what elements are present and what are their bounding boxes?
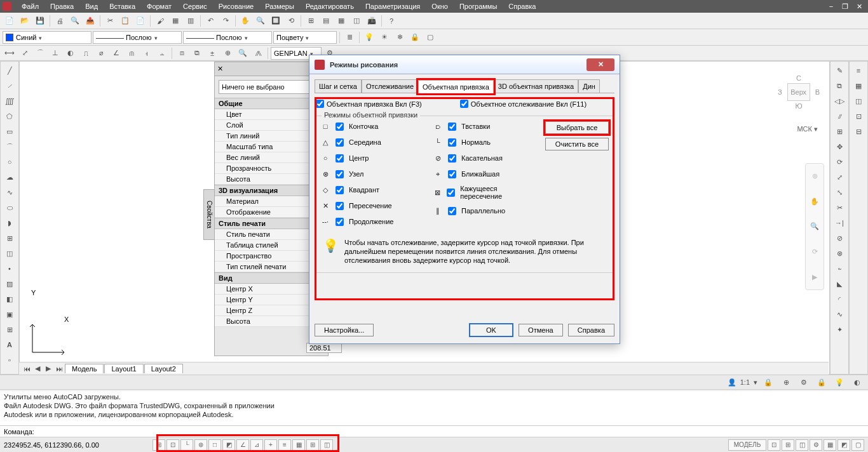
menu-format[interactable]: Формат [142,1,177,11]
otrack-icon[interactable]: ∠ [236,439,249,451]
tab-polar-tracking[interactable]: Отслеживание [362,79,418,93]
copy-obj-icon[interactable]: ⧉ [832,79,846,92]
tab-prev-icon[interactable]: ◀ [32,364,43,373]
mtext-icon[interactable]: A [3,338,17,351]
print-icon[interactable]: 🖨 [53,14,67,28]
dim-linear-icon[interactable]: ⟷ [3,46,17,60]
gradient-icon[interactable]: ◧ [3,293,17,305]
dim-space-icon[interactable]: ⧈ [175,46,189,60]
3dosnap-icon[interactable]: ◩ [222,439,235,451]
match-props-icon[interactable]: 🖌 [153,14,167,28]
osnap-icon[interactable]: □ [208,439,221,451]
polar-icon[interactable]: ⊛ [194,439,207,451]
viewcube-top[interactable]: Верх [787,83,810,101]
lightbulb-icon[interactable]: 💡 [362,30,376,44]
break-point-icon[interactable]: ⊘ [832,232,846,244]
move-icon[interactable]: ✥ [832,140,846,153]
print-preview-icon[interactable]: 🔍 [68,14,82,28]
nav-bar[interactable]: ⊚ ✋ 🔍 ⟳ ▶ [805,163,824,290]
tab-dynamic-input[interactable]: Дин [578,79,600,93]
hatch-icon[interactable]: ▨ [3,277,17,290]
tab-next-icon[interactable]: ▶ [43,364,53,373]
menu-view[interactable]: Вид [80,1,103,11]
layer-dd-icon[interactable]: ≣ [342,30,356,44]
spline-icon[interactable]: ∿ [3,186,17,199]
menu-file[interactable]: Файл [17,1,44,11]
ducs-icon[interactable]: ⊿ [250,439,263,451]
open-icon[interactable]: 📂 [18,14,32,28]
point-icon[interactable]: • [3,262,17,275]
region-icon[interactable]: ▣ [3,308,17,321]
offset-icon[interactable]: ⫽ [832,110,846,123]
dim-quick-icon[interactable]: ⫙ [125,46,139,60]
tab-3d-object-snap[interactable]: 3D объектная привязка [494,79,578,93]
addselected-icon[interactable]: ▫ [3,354,17,366]
mod2-icon4[interactable]: ⊡ [851,110,865,123]
redo-icon[interactable]: ↷ [219,14,233,28]
sb-icon1[interactable]: ⊡ [768,439,780,451]
quickcalc-icon[interactable]: 📠 [365,14,379,28]
table-icon[interactable]: ⊞ [3,323,17,336]
dim-ordinate-icon[interactable]: ⊥ [48,46,62,60]
polyline-icon[interactable]: ⨌ [3,95,17,107]
prop-value-height[interactable]: 208.51 [306,343,342,353]
scale-icon[interactable]: ⤢ [832,171,846,183]
sb-icon3[interactable]: ◫ [796,439,808,451]
dim-jog-icon[interactable]: ⎍ [79,46,93,60]
xline-icon[interactable]: ⟋ [3,79,17,92]
plot-icon[interactable]: ▢ [423,30,437,44]
viewcube-w[interactable]: З [778,88,782,96]
dim-angular-icon[interactable]: ∠ [109,46,123,60]
sb-icon5[interactable]: ▦ [824,439,836,451]
sb-icon6[interactable]: ◩ [837,439,850,451]
sb-icon4[interactable]: ⚙ [810,439,822,451]
menu-tools[interactable]: Сервис [178,1,212,11]
sun-icon[interactable]: ☀ [377,30,391,44]
window-minimize[interactable]: − [825,3,837,10]
undo-icon[interactable]: ↶ [203,14,217,28]
save-icon[interactable]: 💾 [33,14,47,28]
scale-label[interactable]: 1:1 [740,378,750,386]
ellipse-arc-icon[interactable]: ◗ [3,216,17,229]
snap-checkbox[interactable] [336,123,344,131]
help-icon[interactable]: ? [384,14,398,28]
tab-model[interactable]: Модель [65,364,104,373]
snap-checkbox[interactable] [447,189,455,197]
lwt-icon[interactable]: ≡ [278,439,291,451]
jog-line-icon[interactable]: ⨇ [251,46,265,60]
pan-icon[interactable]: ✋ [238,14,252,28]
dim-baseline-icon[interactable]: ⫞ [140,46,154,60]
zoom-window-icon[interactable]: 🔲 [269,14,283,28]
help-button[interactable]: Справка [568,324,614,336]
circle-icon[interactable]: ○ [3,156,17,168]
break-icon[interactable]: ⊗ [832,247,846,260]
dim-break-icon[interactable]: ⧉ [190,46,204,60]
block-icon[interactable]: ▦ [168,14,182,28]
settings-button[interactable]: Настройка... [315,324,374,336]
cancel-button[interactable]: Отмена [519,324,563,336]
properties-tab-label[interactable]: Свойства [203,189,215,240]
erase-icon[interactable]: ✎ [832,64,846,77]
block-insert-icon[interactable]: ⊞ [3,232,17,244]
menu-parametric[interactable]: Параметризация [360,1,425,11]
pan-nav-icon[interactable]: ✋ [810,197,819,206]
annoscale-icon[interactable]: 🔒 [761,375,775,389]
inspect-icon[interactable]: 🔍 [236,46,250,60]
design-center-icon[interactable]: ▥ [184,14,198,28]
window-close[interactable]: ✕ [853,3,865,11]
viewcube-e[interactable]: В [815,88,820,96]
snap-mode-icon[interactable]: ⊞ [153,439,165,451]
arc-icon[interactable]: ⌒ [3,140,17,153]
snap-checkbox[interactable] [448,138,456,147]
menu-draw[interactable]: Рисование [214,1,259,11]
snap-checkbox[interactable] [448,170,456,178]
color-dropdown[interactable]: Синий [3,31,92,44]
orbit-nav-icon[interactable]: ⟳ [812,248,818,256]
clear-all-button[interactable]: Очистить все [545,138,609,150]
tab-layout2[interactable]: Layout2 [144,364,183,373]
dim-aligned-icon[interactable]: ⤢ [18,46,32,60]
properties-icon[interactable]: ⊞ [304,14,318,28]
join-icon[interactable]: ⧜ [832,262,846,275]
workspace-icon[interactable]: ⚙ [797,375,811,389]
mirror-icon[interactable]: ◁▷ [832,95,846,107]
